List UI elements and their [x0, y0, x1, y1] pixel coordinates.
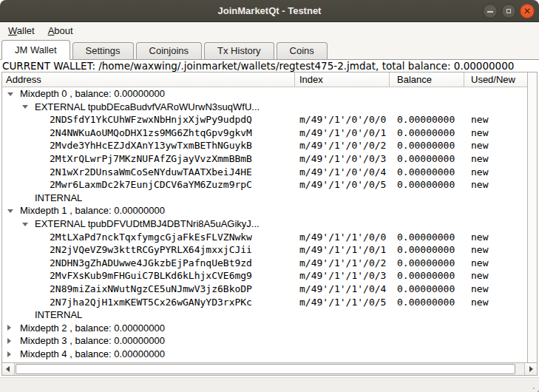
- branch-label: EXTERNAL tpubDEcaBudvfVARoWUrwN3suqWfU..…: [35, 101, 260, 114]
- tab-coins[interactable]: Coins: [277, 42, 328, 59]
- tree-row-address[interactable]: 2NDHN3gZhADUwwe4JGkzbEjPafnqUeBt9zdm/49'…: [2, 257, 527, 270]
- index-cell: m/49'/1'/0'/0/3: [299, 152, 386, 166]
- scroll-right-button[interactable]: [524, 363, 537, 375]
- branch-label: INTERNAL: [35, 308, 82, 322]
- balance-cell: 0.00000000: [397, 113, 455, 126]
- app-window: JoinMarketQt - Testnet ✕ WalletAbout JM …: [0, 0, 539, 392]
- branch-label: Mixdepth 2 , balance: 0.00000000: [20, 322, 165, 335]
- collapse-icon[interactable]: [22, 223, 28, 226]
- tab-bar: JM WalletSettingsCoinjoinsTx HistoryCoin…: [0, 39, 539, 60]
- index-cell: m/49'/1'/1'/0/5: [299, 296, 386, 309]
- scrollbar-thumb[interactable]: [16, 364, 515, 374]
- tree-row-address[interactable]: 2MtXrQLwrPj7MKzNUFAfZGjayVvzXmmBBmBm/49'…: [2, 152, 527, 166]
- tree-row-branch[interactable]: EXTERNAL tpubDEcaBudvfVARoWUrwN3suqWfU..…: [2, 101, 527, 114]
- tab-coinjoins[interactable]: Coinjoins: [136, 42, 202, 59]
- status-bar: [0, 377, 539, 392]
- tree-row-address[interactable]: 2Mvde3YhHcEZJdXAnY13ywTxmBEThNGuykBm/49'…: [2, 139, 527, 152]
- status-cell: new: [471, 269, 488, 283]
- status-cell: new: [471, 178, 488, 192]
- collapse-icon[interactable]: [22, 105, 28, 109]
- branch-label: INTERNAL: [35, 192, 82, 205]
- address-cell: 2MtXrQLwrPj7MKzNUFAfZGjayVvzXmmBBmB: [50, 152, 252, 166]
- resize-grip-icon[interactable]: [533, 388, 535, 389]
- tree-row-address[interactable]: 2NDSfdY1YkCUhWFzwxNbHnjxXjwPy9udpdQm/49'…: [2, 113, 527, 126]
- address-cell: 2N1wXr2DUnsaWmCoSeNYduwTAATXbeiJ4HE: [50, 166, 252, 179]
- status-cell: new: [471, 283, 488, 296]
- branch-label: Mixdepth 1 , balance: 0.00000000: [20, 204, 165, 217]
- menu-about[interactable]: About: [41, 24, 80, 38]
- tab-settings[interactable]: Settings: [72, 42, 134, 59]
- index-cell: m/49'/1'/1'/0/0: [299, 231, 386, 244]
- balance-cell: 0.00000000: [397, 296, 455, 309]
- index-cell: m/49'/1'/0'/0/4: [299, 166, 386, 179]
- tree-row-label[interactable]: INTERNAL: [2, 308, 527, 322]
- tree-row-address[interactable]: 2N1wXr2DUnsaWmCoSeNYduwTAATXbeiJ4HEm/49'…: [2, 166, 527, 179]
- tree-row-branch[interactable]: Mixdepth 2 , balance: 0.00000000: [2, 322, 527, 335]
- tab-jm-wallet[interactable]: JM Wallet: [1, 40, 70, 60]
- maximize-icon: [506, 9, 511, 13]
- tree-row-branch[interactable]: Mixdepth 3 , balance: 0.00000000: [2, 334, 527, 348]
- address-cell: 2N2jVQeVZ9w3kttRCGyPYRLX64jmxxjCJii: [50, 243, 252, 257]
- index-cell: m/49'/1'/0'/0/2: [299, 139, 386, 152]
- expand-icon[interactable]: [7, 325, 11, 331]
- balance-cell: 0.00000000: [397, 152, 455, 166]
- tree-row-address[interactable]: 2Mwr6LaxmDc2k7EunjCDCV6aYM6Zuzm9rpCm/49'…: [2, 178, 527, 192]
- expand-icon[interactable]: [7, 351, 11, 357]
- tree-row-branch[interactable]: Mixdepth 4 , balance: 0.00000000: [2, 348, 527, 361]
- tab-tx-history[interactable]: Tx History: [204, 42, 274, 59]
- address-cell: 2NDHN3gZhADUwwe4JGkzbEjPafnqUeBt9zd: [50, 257, 252, 270]
- horizontal-scrollbar[interactable]: [2, 362, 537, 375]
- title-bar[interactable]: JoinMarketQt - Testnet ✕: [0, 0, 539, 22]
- address-cell: 2NDSfdY1YkCUhWFzwxNbHnjxXjwPy9udpdQ: [50, 113, 252, 126]
- address-cell: 2N4NWKuAoUMQoDHX1zs9MG6ZhtqGpv9gkvM: [50, 126, 252, 140]
- tree-row-address[interactable]: 2N7jha2QjH1xmKEWT5Cx26wGANyYD3rxPKcm/49'…: [2, 296, 527, 309]
- balance-cell: 0.00000000: [397, 166, 455, 179]
- tree-row-address[interactable]: 2N4NWKuAoUMQoDHX1zs9MG6ZhtqGpv9gkvMm/49'…: [2, 126, 527, 140]
- branch-label: Mixdepth 3 , balance: 0.00000000: [20, 334, 165, 348]
- minimize-icon: [487, 11, 493, 13]
- wallet-tab-page: CURRENT WALLET: /home/waxwing/.joinmarke…: [0, 60, 539, 377]
- status-cell: new: [471, 257, 488, 270]
- menu-bar: WalletAbout: [0, 22, 539, 39]
- index-cell: m/49'/1'/1'/0/1: [299, 243, 386, 257]
- branch-label: Mixdepth 0 , balance: 0.00000000: [20, 87, 165, 101]
- status-cell: new: [471, 139, 488, 152]
- address-cell: 2Mwr6LaxmDc2k7EunjCDCV6aYM6Zuzm9rpC: [50, 178, 252, 192]
- minimize-button[interactable]: [483, 4, 498, 18]
- scroll-left-button[interactable]: [2, 363, 15, 375]
- expand-icon[interactable]: [7, 338, 11, 344]
- balance-cell: 0.00000000: [397, 178, 455, 192]
- index-cell: m/49'/1'/0'/0/5: [299, 178, 386, 192]
- status-cell: new: [471, 296, 488, 309]
- column-header-used-new[interactable]: Used/New: [464, 72, 527, 87]
- branch-label: EXTERNAL tpubDFVUDtMBJ4DBTNri8A5uAGikyJ.…: [35, 217, 260, 231]
- tree-row-label[interactable]: INTERNAL: [2, 192, 527, 205]
- menu-wallet[interactable]: Wallet: [1, 24, 41, 38]
- address-cell: 2MvFXsKub9mFHGuiC7BLKd6kLhjxCVE6mg9: [50, 269, 252, 283]
- window-controls: ✕: [483, 4, 535, 18]
- tree-row-address[interactable]: 2MtLXaPd7nckTqxfymgcGjaFkEsFLVZNwkwm/49'…: [2, 231, 527, 244]
- tree-header: AddressIndexBalanceUsed/New: [2, 72, 527, 87]
- tree-row-address[interactable]: 2N2jVQeVZ9w3kttRCGyPYRLX64jmxxjCJiim/49'…: [2, 243, 527, 257]
- tree-row-address[interactable]: 2MvFXsKub9mFHGuiC7BLKd6kLhjxCVE6mg9m/49'…: [2, 269, 527, 283]
- tree-row-address[interactable]: 2N89miZaixNWutNgzCE5uNJmwV3jz6BkoDPm/49'…: [2, 283, 527, 296]
- balance-cell: 0.00000000: [397, 231, 455, 244]
- close-button[interactable]: ✕: [520, 4, 535, 18]
- column-header-index[interactable]: Index: [295, 72, 390, 87]
- collapse-icon[interactable]: [7, 209, 13, 213]
- wallet-tree-view: AddressIndexBalanceUsed/New Mixdepth 0 ,…: [1, 72, 538, 376]
- balance-cell: 0.00000000: [397, 126, 455, 140]
- column-header-balance[interactable]: Balance: [390, 72, 464, 87]
- vertical-scrollbar[interactable]: [527, 72, 537, 362]
- status-cell: new: [471, 152, 488, 166]
- collapse-icon[interactable]: [7, 92, 13, 96]
- column-header-address[interactable]: Address: [2, 72, 295, 87]
- tree-row-branch[interactable]: Mixdepth 0 , balance: 0.00000000: [2, 87, 527, 101]
- balance-cell: 0.00000000: [397, 257, 455, 270]
- maximize-button[interactable]: [501, 4, 516, 18]
- arrow-right-icon: [529, 366, 533, 372]
- status-cell: new: [471, 231, 488, 244]
- tree-row-branch[interactable]: EXTERNAL tpubDFVUDtMBJ4DBTNri8A5uAGikyJ.…: [2, 217, 527, 231]
- tree-row-branch[interactable]: Mixdepth 1 , balance: 0.00000000: [2, 204, 527, 217]
- status-cell: new: [471, 113, 488, 126]
